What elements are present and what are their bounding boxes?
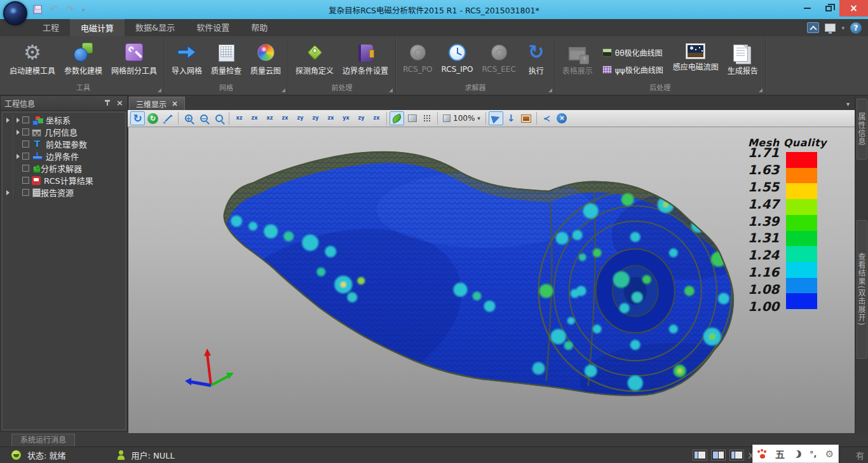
view-axis-button-6[interactable]: zy — [308, 111, 323, 125]
tree-checkbox[interactable] — [22, 177, 29, 184]
pin-icon[interactable] — [104, 99, 111, 107]
close-view-button[interactable]: × — [555, 111, 569, 125]
tree-checkbox[interactable] — [22, 128, 29, 135]
tree-checkbox[interactable] — [22, 116, 29, 123]
mesh-partition-tool-button[interactable]: 网格剖分工具 — [107, 38, 161, 83]
expand-arrow-icon[interactable] — [17, 130, 20, 135]
doc-tab-close-icon[interactable]: × — [172, 99, 178, 108]
tree-item-coordinate-system[interactable]: 坐标系 — [3, 114, 125, 126]
group-corner-icon[interactable] — [548, 88, 552, 92]
ime-moon-icon[interactable] — [792, 449, 802, 459]
view-axis-button-4[interactable]: zx — [278, 111, 292, 125]
refresh-view-button[interactable]: ↻ — [146, 111, 160, 125]
tab-em-compute[interactable]: 电磁计算 — [70, 19, 125, 36]
select-mode-button[interactable] — [489, 111, 503, 125]
layout-left-panel-button[interactable] — [693, 450, 707, 460]
tree-item-preprocess-params[interactable]: T 前处理参数 — [3, 138, 125, 150]
tree-checkbox[interactable] — [22, 153, 29, 160]
help-icon[interactable]: ? — [850, 22, 862, 34]
rcs-ipo-button[interactable]: RCS_IPO — [437, 38, 478, 83]
mesh-model[interactable] — [128, 127, 855, 433]
system-message-tab[interactable]: 系统运行消息 — [11, 434, 75, 446]
tab-settings[interactable]: 软件设置 — [186, 19, 240, 36]
boundary-condition-button[interactable]: 边界条件设置 — [338, 38, 393, 83]
qat-dropdown-icon[interactable]: ▾ — [82, 6, 85, 13]
generate-report-button[interactable]: 生成报告 — [723, 38, 763, 83]
tree-item-rcs-results[interactable]: RCS计算结果 — [3, 174, 125, 186]
view-results-tab[interactable]: 查看结果(双击展开) — [857, 220, 867, 359]
detect-angle-button[interactable]: 探测角定义 — [291, 38, 338, 83]
save-icon[interactable] — [33, 5, 42, 14]
quality-check-button[interactable]: 质量检查 — [207, 38, 246, 83]
attribute-info-tab[interactable]: 属性信息 — [857, 99, 867, 160]
display-style-dropdown-icon[interactable]: ▾ — [841, 25, 844, 31]
tree-item-analysis-solver[interactable]: 分析求解器 — [3, 162, 125, 174]
viewport-3d[interactable]: Mesh Quality 1.71 1.63 1.55 1.47 1.39 1.… — [128, 127, 855, 433]
view-axis-button-9[interactable]: zy — [354, 111, 369, 125]
view-axis-button-7[interactable]: zx — [323, 111, 338, 125]
panel-close-icon[interactable]: × — [116, 99, 123, 107]
psi-polarization-curve-button[interactable]: ψψ极化曲线图 — [597, 62, 668, 77]
restore-button[interactable] — [818, 0, 839, 17]
view-axis-button-2[interactable]: zx — [247, 111, 262, 125]
wireframe-points-button[interactable] — [420, 111, 435, 125]
ime-gear-icon[interactable]: ⚙ — [825, 448, 834, 460]
redo-icon[interactable]: ↷ — [65, 4, 74, 15]
app-logo-icon[interactable] — [3, 1, 27, 25]
import-mesh-button[interactable]: 导入网格 — [167, 38, 207, 83]
expand-arrow-icon[interactable] — [6, 118, 10, 123]
group-corner-icon[interactable] — [281, 88, 285, 92]
chevron-down-icon[interactable]: ▾ — [477, 115, 480, 121]
tree-item-report-resources[interactable]: 报告资源 — [3, 186, 125, 198]
snapshot-button[interactable] — [519, 111, 534, 125]
tabbar-dropdown-icon[interactable]: ▾ — [846, 100, 850, 107]
flat-shading-button[interactable] — [405, 111, 419, 125]
zoom-fit-button[interactable] — [212, 111, 226, 125]
induced-current-map-button[interactable]: 感应电磁流图 — [668, 38, 723, 83]
zoom-percent-combo[interactable]: 100% ▾ — [440, 111, 483, 125]
view-axis-button-8[interactable]: yx — [339, 111, 353, 125]
display-style-icon[interactable] — [825, 24, 836, 32]
layout-bottom-panel-button[interactable] — [729, 450, 744, 460]
smooth-shading-button[interactable] — [390, 111, 404, 125]
view-axis-button-10[interactable]: zx — [369, 111, 384, 125]
view-axis-button-3[interactable]: xz — [262, 111, 277, 125]
tree-item-boundary-conditions[interactable]: 边界条件 — [3, 150, 125, 162]
zoom-out-button[interactable]: − — [196, 111, 211, 125]
tree-checkbox[interactable] — [22, 141, 29, 148]
undo-icon[interactable]: ↶ — [50, 4, 58, 15]
ime-toolbar[interactable]: 五 °, ⚙ — [752, 445, 839, 463]
expand-arrow-icon[interactable] — [17, 154, 20, 159]
ime-paw-icon[interactable] — [757, 450, 767, 459]
expand-arrow-icon[interactable] — [17, 118, 20, 123]
tab-project[interactable]: 工程 — [32, 19, 70, 36]
tree-checkbox[interactable] — [22, 189, 29, 196]
tab-help[interactable]: 帮助 — [240, 19, 278, 36]
parametric-modeling-button[interactable]: 参数化建模 — [60, 38, 107, 83]
tree-checkbox[interactable] — [22, 165, 29, 172]
pan-view-button[interactable] — [161, 111, 175, 125]
tab-data-display[interactable]: 数据&显示 — [125, 19, 186, 36]
share-view-button[interactable]: ≺ — [539, 111, 554, 125]
rotate-view-button[interactable]: ↻ — [130, 111, 145, 125]
theta-polarization-curve-button[interactable]: θθ极化曲线图 — [597, 45, 668, 60]
view-axis-button-1[interactable]: xz — [232, 111, 247, 125]
layout-split-panel-button[interactable] — [711, 450, 726, 460]
quality-cloud-button[interactable]: 质量云图 — [246, 38, 285, 83]
ime-wubi-icon[interactable]: 五 — [775, 447, 785, 460]
drop-down-view-button[interactable]: ↓ — [504, 111, 519, 125]
tab-3d-display[interactable]: 三维显示 × — [129, 97, 185, 110]
execute-button[interactable]: ↻ 执行 — [520, 38, 552, 83]
close-button[interactable]: × — [839, 0, 868, 17]
group-corner-icon[interactable] — [158, 88, 161, 92]
launch-modeling-tool-button[interactable]: ⚙ 启动建模工具 — [5, 38, 60, 83]
group-corner-icon[interactable] — [389, 88, 393, 92]
view-axis-button-5[interactable]: zy — [293, 111, 308, 125]
tree-item-geometry-info[interactable]: 几何信息 — [3, 126, 125, 138]
collapse-ribbon-button[interactable] — [807, 22, 819, 33]
expand-arrow-icon[interactable] — [6, 190, 10, 195]
zoom-in-button[interactable]: + — [181, 111, 196, 125]
minimize-button[interactable] — [796, 0, 818, 17]
group-corner-icon[interactable] — [759, 88, 763, 92]
ime-punctuation-icon[interactable]: °, — [810, 449, 817, 459]
